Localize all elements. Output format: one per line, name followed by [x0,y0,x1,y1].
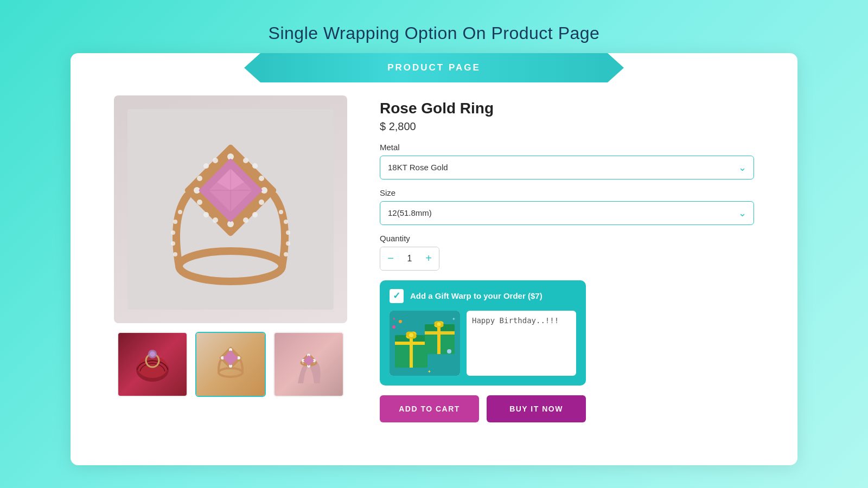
svg-point-7 [284,252,288,256]
svg-rect-64 [425,331,455,335]
checkbox-check-icon: ✓ [393,290,400,301]
svg-point-68 [392,325,395,329]
banner: PRODUCT PAGE [260,53,608,82]
quantity-label: Quantity [380,234,754,243]
svg-point-60 [409,333,413,337]
svg-point-10 [284,220,288,224]
product-name: Rose Gold Ring [380,100,754,117]
banner-label: PRODUCT PAGE [387,62,481,73]
product-price: $ 2,800 [380,120,754,133]
thumbnail-1[interactable] [117,332,188,397]
main-product-image [114,95,347,323]
svg-point-25 [213,158,218,163]
svg-point-24 [259,200,264,205]
metal-select[interactable]: 18KT Rose Gold 14KT Rose Gold 18KT White… [380,156,754,179]
svg-point-20 [252,212,258,217]
svg-point-27 [213,217,218,223]
product-details: Rose Gold Ring $ 2,800 Metal 18KT Rose G… [380,95,754,422]
gift-message-input[interactable] [467,311,576,376]
product-card: PRODUCT PAGE [71,53,797,465]
svg-point-2 [173,252,177,256]
size-select[interactable]: 6(51.8mm) 7(53.0mm) 8(54.3mm) 10(56.0mm)… [380,201,754,225]
gift-wrap-header: ✓ Add a Gift Warp to your Order ($7) [390,289,576,303]
svg-point-18 [252,163,258,169]
svg-point-3 [171,241,175,246]
metal-select-wrap: 18KT Rose Gold 14KT Rose Gold 18KT White… [380,156,754,179]
gift-wrap-title: Add a Gift Warp to your Order ($7) [410,291,542,300]
svg-point-4 [171,230,175,235]
quantity-decrease-button[interactable]: − [380,247,401,270]
svg-text:✦: ✦ [427,369,431,374]
quantity-increase-button[interactable]: + [418,247,439,270]
svg-text:✦: ✦ [452,317,456,322]
svg-point-11 [279,210,283,214]
gift-wrap-section: ✓ Add a Gift Warp to your Order ($7) [380,280,586,386]
thumbnail-list [117,332,344,397]
quantity-control: − 1 + [380,247,439,271]
svg-point-22 [197,200,202,205]
gift-wrap-content: ✦ ✦ ✦ [390,311,576,376]
svg-text:✦: ✦ [392,317,396,322]
gift-wrap-image: ✦ ✦ ✦ [390,311,460,376]
svg-point-28 [243,217,248,223]
svg-point-38 [150,351,155,357]
svg-point-39 [219,368,242,377]
gift-wrap-checkbox[interactable]: ✓ [390,289,404,303]
thumbnail-2[interactable] [195,332,266,397]
svg-point-17 [203,163,209,169]
svg-point-5 [173,220,177,224]
svg-point-70 [399,320,402,323]
size-label: Size [380,188,754,197]
thumbnail-3[interactable] [273,332,344,397]
svg-rect-56 [410,335,413,368]
metal-label: Metal [380,143,754,152]
svg-point-26 [243,158,248,163]
svg-point-67 [437,322,441,326]
quantity-value: 1 [401,254,418,264]
svg-point-21 [197,176,202,181]
main-content: Rose Gold Ring $ 2,800 Metal 18KT Rose G… [71,95,797,422]
svg-point-8 [286,241,290,246]
banner-wrap: PRODUCT PAGE [71,53,797,82]
action-buttons: ADD TO CART BUY IT NOW [380,395,586,422]
size-select-wrap: 6(51.8mm) 7(53.0mm) 8(54.3mm) 10(56.0mm)… [380,201,754,225]
svg-rect-63 [437,324,441,354]
add-to-cart-button[interactable]: ADD TO CART [380,395,479,422]
svg-rect-57 [395,342,427,345]
svg-point-69 [447,349,451,354]
product-images [114,95,347,397]
svg-point-9 [286,230,290,235]
svg-point-19 [203,212,209,217]
svg-point-6 [178,210,182,214]
svg-point-23 [259,176,264,181]
buy-it-now-button[interactable]: BUY IT NOW [487,395,586,422]
page-title: Single Wrapping Option On Product Page [269,23,600,43]
